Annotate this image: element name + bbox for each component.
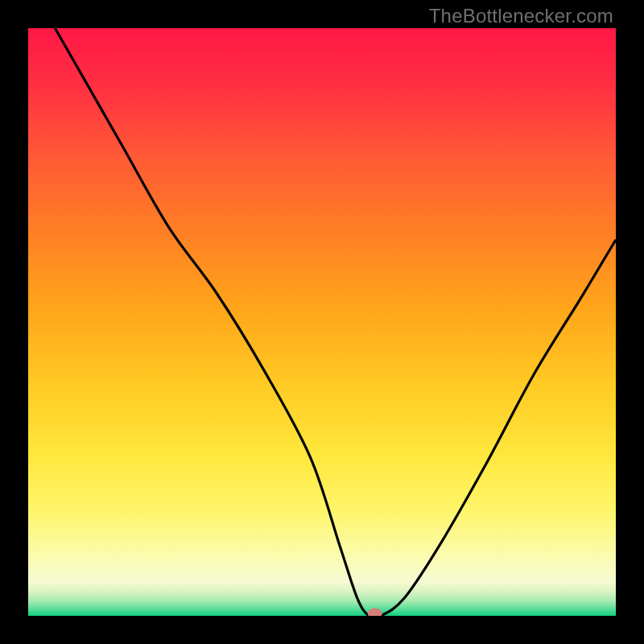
chart-frame: TheBottlenecker.com (0, 0, 644, 644)
plot-area (28, 28, 616, 616)
curve-layer (28, 28, 616, 616)
optimal-marker (368, 609, 382, 617)
watermark-text: TheBottlenecker.com (429, 5, 613, 27)
bottleneck-curve (28, 28, 616, 616)
